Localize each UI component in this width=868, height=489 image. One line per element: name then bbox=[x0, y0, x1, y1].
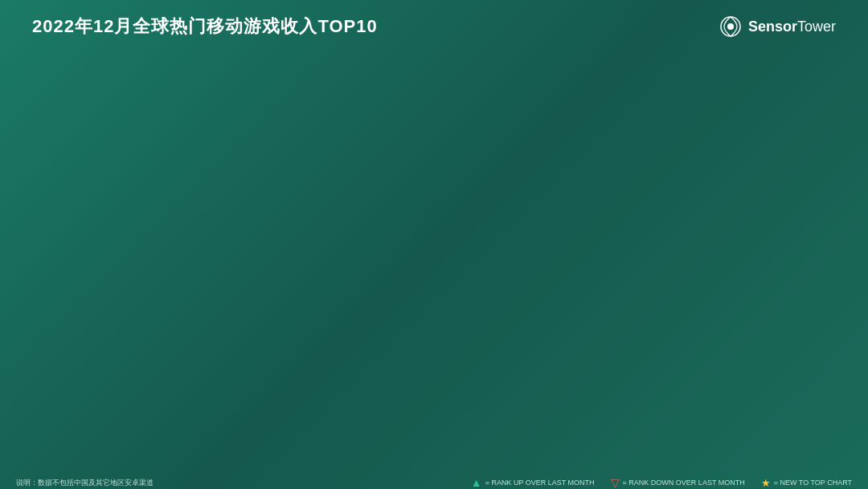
logo: SensorTower bbox=[719, 15, 836, 38]
page-title: 2022年12月全球热门移动游戏收入TOP10 bbox=[32, 14, 378, 39]
footer-legend: ▲ = RANK UP OVER LAST MONTH ▽ = RANK DOW… bbox=[471, 476, 852, 489]
svg-point-1 bbox=[727, 23, 734, 30]
legend-up: ▲ = RANK UP OVER LAST MONTH bbox=[471, 476, 595, 489]
logo-text: SensorTower bbox=[748, 18, 836, 35]
sensortower-logo-icon bbox=[719, 15, 742, 38]
background bbox=[0, 0, 868, 489]
page-header: 2022年12月全球热门移动游戏收入TOP10 SensorTower bbox=[0, 0, 868, 47]
legend-new: ★ = NEW TO TOP CHART bbox=[761, 477, 852, 489]
footer: 说明：数据不包括中国及其它地区安卓渠道 ▲ = RANK UP OVER LAS… bbox=[0, 473, 868, 489]
legend-down: ▽ = RANK DOWN OVER LAST MONTH bbox=[611, 476, 745, 489]
footer-note: 说明：数据不包括中国及其它地区安卓渠道 bbox=[16, 478, 154, 488]
